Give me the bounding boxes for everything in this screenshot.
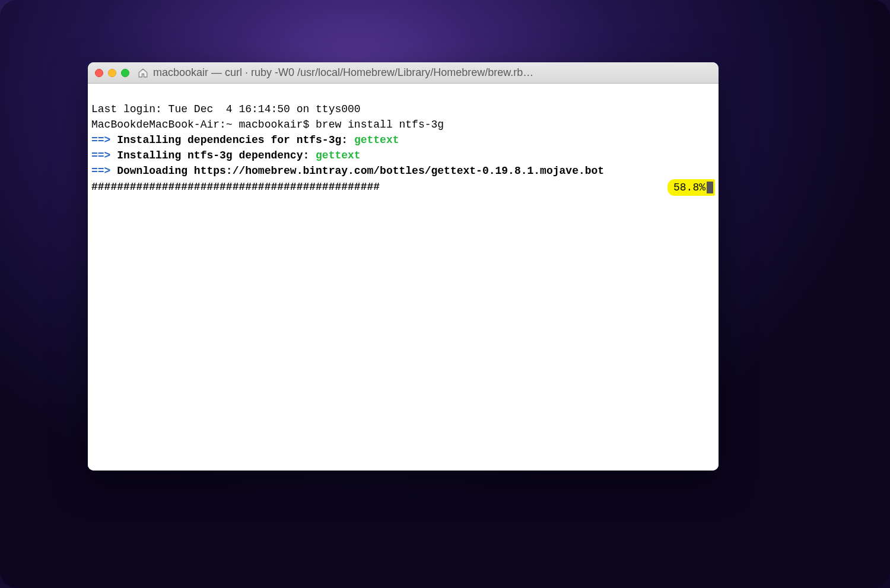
terminal-line-prompt: MacBookdeMacBook-Air:~ macbookair$ brew … (91, 117, 715, 132)
terminal-cursor (707, 182, 713, 193)
close-button[interactable] (95, 69, 103, 77)
progress-percent-text: 58.8% (673, 180, 705, 195)
brew-arrow-icon: ==> (91, 165, 110, 177)
brew-download-text: Downloading https://homebrew.bintray.com… (110, 165, 604, 177)
brew-package-name: gettext (354, 134, 399, 146)
command-text: brew install ntfs-3g (316, 119, 444, 131)
terminal-line-dep2: ==> Installing ntfs-3g dependency: gette… (91, 148, 715, 163)
brew-package-name: gettext (316, 150, 361, 161)
brew-arrow-icon: ==> (91, 150, 110, 161)
home-icon (138, 68, 148, 78)
title-content: macbookair — curl ∙ ruby -W0 /usr/local/… (138, 66, 711, 79)
terminal-window[interactable]: macbookair — curl ∙ ruby -W0 /usr/local/… (88, 62, 719, 471)
brew-step-text: Installing dependencies for ntfs-3g: (110, 134, 354, 146)
terminal-line-login: Last login: Tue Dec 4 16:14:50 on ttys00… (91, 101, 715, 117)
minimize-button[interactable] (108, 69, 116, 77)
prompt-prefix: MacBookdeMacBook-Air:~ macbookair$ (91, 119, 316, 131)
terminal-body[interactable]: Last login: Tue Dec 4 16:14:50 on ttys00… (88, 84, 719, 471)
terminal-line-download: ==> Downloading https://homebrew.bintray… (91, 163, 715, 179)
terminal-line-dep1: ==> Installing dependencies for ntfs-3g:… (91, 132, 715, 148)
window-title-bar[interactable]: macbookair — curl ∙ ruby -W0 /usr/local/… (88, 62, 719, 84)
terminal-line-progress: ########################################… (91, 179, 715, 195)
brew-step-text: Installing ntfs-3g dependency: (110, 150, 316, 161)
progress-bar: ########################################… (91, 179, 380, 195)
window-title: macbookair — curl ∙ ruby -W0 /usr/local/… (153, 66, 533, 79)
desktop-background: macbookair — curl ∙ ruby -W0 /usr/local/… (0, 0, 890, 588)
maximize-button[interactable] (121, 69, 129, 77)
traffic-lights (95, 69, 129, 77)
progress-percent-badge: 58.8% (668, 179, 715, 196)
brew-arrow-icon: ==> (91, 134, 110, 146)
